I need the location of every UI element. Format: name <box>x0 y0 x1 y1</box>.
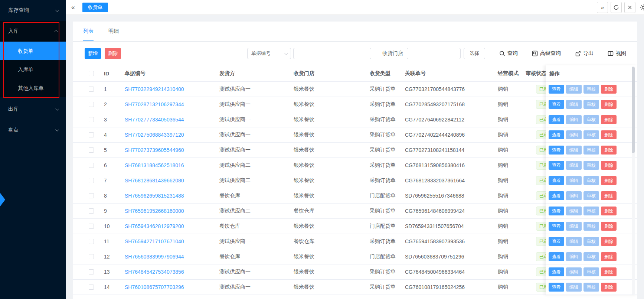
sidebar-item-inbound-order[interactable]: 入库单 <box>0 60 66 79</box>
row-checkbox[interactable] <box>89 269 94 274</box>
doc-no-link[interactable]: SH768128681439662080 <box>125 178 184 183</box>
view-button[interactable]: 查看 <box>549 283 564 292</box>
edit-button[interactable]: 编辑 <box>566 130 582 139</box>
close-tabs-button[interactable] <box>624 2 635 13</box>
tab-list[interactable]: 列表 <box>83 22 94 41</box>
audit-button[interactable]: 审核 <box>583 176 599 185</box>
view-button[interactable]: 查看 <box>549 146 564 155</box>
audit-button[interactable]: 审核 <box>583 115 599 124</box>
sidebar-item-outbound[interactable]: 出库 <box>0 99 66 120</box>
doc-no-link[interactable]: SH765962659815231488 <box>125 193 184 199</box>
audit-button[interactable]: 审核 <box>583 130 599 139</box>
row-checkbox[interactable] <box>89 147 94 153</box>
doc-no-link[interactable]: SH770277733405036544 <box>125 117 184 123</box>
view-button[interactable]: 查看 <box>549 252 564 261</box>
doc-no-link[interactable]: SH770287132106297344 <box>125 101 184 107</box>
row-checkbox[interactable] <box>89 239 94 244</box>
row-delete-button[interactable]: 删除 <box>601 283 617 292</box>
edit-button[interactable]: 编辑 <box>566 161 582 170</box>
audit-button[interactable]: 审核 <box>583 161 599 170</box>
row-delete-button[interactable]: 删除 <box>601 130 617 139</box>
edit-button[interactable]: 编辑 <box>566 100 582 109</box>
doc-no-link[interactable]: SH765603839997906944 <box>125 254 184 260</box>
sidebar-item-inbound[interactable]: 入库 <box>0 21 66 42</box>
view-button[interactable]: 查看 <box>549 176 564 185</box>
view-button[interactable]: 查看 <box>549 237 564 246</box>
row-delete-button[interactable]: 删除 <box>601 252 617 261</box>
doc-no-link[interactable]: SH765943462812979200 <box>125 223 184 229</box>
audit-button[interactable]: 审核 <box>583 252 599 261</box>
edit-button[interactable]: 编辑 <box>566 176 582 185</box>
doc-no-link[interactable]: SH760108675707703296 <box>125 284 184 290</box>
view-button[interactable]: 查看 <box>549 191 564 200</box>
doc-type-select[interactable]: 单据编号 <box>247 48 291 59</box>
audit-button[interactable]: 审核 <box>583 222 599 231</box>
audit-button[interactable]: 审核 <box>583 237 599 246</box>
row-checkbox[interactable] <box>89 163 94 168</box>
audit-button[interactable]: 审核 <box>583 85 599 94</box>
doc-no-link[interactable]: SH770275068843397120 <box>125 132 184 138</box>
sidebar-item-inventory-query[interactable]: 库存查询 <box>0 0 66 21</box>
row-checkbox[interactable] <box>89 224 94 229</box>
row-delete-button[interactable]: 删除 <box>601 85 617 94</box>
row-checkbox[interactable] <box>89 208 94 214</box>
audit-button[interactable]: 审核 <box>583 191 599 200</box>
view-button[interactable]: 查看 <box>549 207 564 215</box>
sidebar-item-other-inbound-order[interactable]: 其他入库单 <box>0 79 66 97</box>
doc-no-link[interactable]: SH764845427534073856 <box>125 269 184 275</box>
expand-tabs-button[interactable]: » <box>597 2 608 13</box>
doc-no-link[interactable]: SH768131884562518016 <box>125 162 184 168</box>
drawer-expand-handle[interactable] <box>0 193 5 207</box>
row-delete-button[interactable]: 删除 <box>601 267 617 276</box>
row-delete-button[interactable]: 删除 <box>601 161 617 170</box>
row-delete-button[interactable]: 删除 <box>601 146 617 155</box>
doc-no-input[interactable] <box>293 48 371 59</box>
sidebar-item-stocktake[interactable]: 盘点 <box>0 120 66 140</box>
view-button[interactable]: 查看 <box>549 85 564 94</box>
row-checkbox[interactable] <box>89 285 94 290</box>
edit-button[interactable]: 编辑 <box>566 146 582 155</box>
row-checkbox[interactable] <box>89 254 94 259</box>
audit-button[interactable]: 审核 <box>583 283 599 292</box>
doc-no-link[interactable]: SH765961952668160000 <box>125 208 184 214</box>
export-button[interactable]: 导出 <box>575 50 594 57</box>
row-delete-button[interactable]: 删除 <box>601 115 617 124</box>
row-checkbox[interactable] <box>89 117 94 122</box>
row-checkbox[interactable] <box>89 87 94 92</box>
choose-store-button[interactable]: 选择 <box>464 48 485 59</box>
delete-button[interactable]: 删除 <box>105 48 121 59</box>
doc-no-link[interactable]: SH770273739605544960 <box>125 147 184 153</box>
row-checkbox[interactable] <box>89 102 94 107</box>
advanced-query-button[interactable]: 高级查询 <box>532 50 561 57</box>
tab-detail[interactable]: 明细 <box>108 22 119 41</box>
vertical-scrollbar[interactable] <box>632 67 635 153</box>
row-checkbox[interactable] <box>89 178 94 183</box>
view-button[interactable]: 视图 <box>608 50 626 57</box>
edit-button[interactable]: 编辑 <box>566 267 582 276</box>
refresh-button[interactable] <box>611 2 622 13</box>
edit-button[interactable]: 编辑 <box>566 115 582 124</box>
view-button[interactable]: 查看 <box>549 100 564 109</box>
view-button[interactable]: 查看 <box>549 222 564 231</box>
row-delete-button[interactable]: 删除 <box>601 222 617 231</box>
audit-button[interactable]: 审核 <box>583 146 599 155</box>
sidebar-item-receipt-order[interactable]: 收货单 <box>0 42 66 60</box>
row-delete-button[interactable]: 删除 <box>601 237 617 246</box>
edit-button[interactable]: 编辑 <box>566 237 582 246</box>
tab-receipt-order[interactable]: 收货单 <box>82 3 108 12</box>
view-button[interactable]: 查看 <box>549 267 564 276</box>
doc-no-link[interactable]: SH765942717107671040 <box>125 238 184 244</box>
select-all-checkbox[interactable] <box>89 71 94 76</box>
row-checkbox[interactable] <box>89 193 94 198</box>
edit-button[interactable]: 编辑 <box>566 283 582 292</box>
audit-button[interactable]: 审核 <box>583 207 599 215</box>
audit-button[interactable]: 审核 <box>583 267 599 276</box>
store-input[interactable] <box>407 48 461 59</box>
edit-button[interactable]: 编辑 <box>566 222 582 231</box>
view-button[interactable]: 查看 <box>549 115 564 124</box>
row-checkbox[interactable] <box>89 132 94 137</box>
edit-button[interactable]: 编辑 <box>566 85 582 94</box>
audit-button[interactable]: 审核 <box>583 100 599 109</box>
edit-button[interactable]: 编辑 <box>566 191 582 200</box>
view-button[interactable]: 查看 <box>549 161 564 170</box>
